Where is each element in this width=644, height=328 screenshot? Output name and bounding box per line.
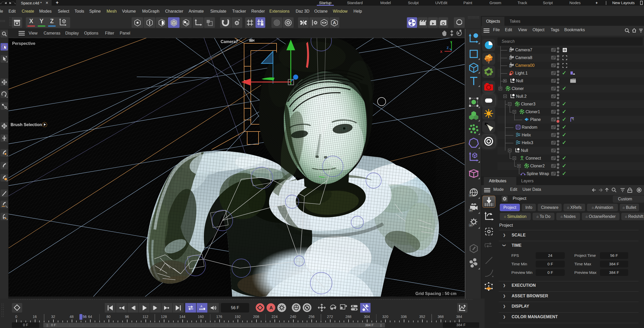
svg-text:Grid Spacing : 50 cm: Grid Spacing : 50 cm: [415, 291, 456, 296]
svg-text:ST: ST: [510, 65, 512, 67]
svg-text:ST: ST: [470, 209, 473, 212]
svg-text:ST: ST: [470, 194, 473, 197]
svg-text:A: A: [200, 305, 203, 308]
svg-text:ST: ST: [510, 50, 512, 52]
svg-text:Camera7: Camera7: [221, 39, 238, 44]
svg-text:ST: ST: [470, 224, 473, 227]
svg-text:Perspective: Perspective: [12, 41, 35, 46]
svg-text:ST: ST: [510, 58, 512, 60]
svg-text:ST: ST: [510, 73, 512, 75]
svg-text:Z: Z: [447, 46, 449, 50]
svg-text:Brush Selection: Brush Selection: [11, 122, 42, 127]
svg-text:Y: Y: [450, 40, 452, 44]
svg-text:A: A: [269, 305, 273, 310]
svg-text:X: X: [440, 50, 442, 54]
svg-text:A: A: [333, 20, 336, 25]
